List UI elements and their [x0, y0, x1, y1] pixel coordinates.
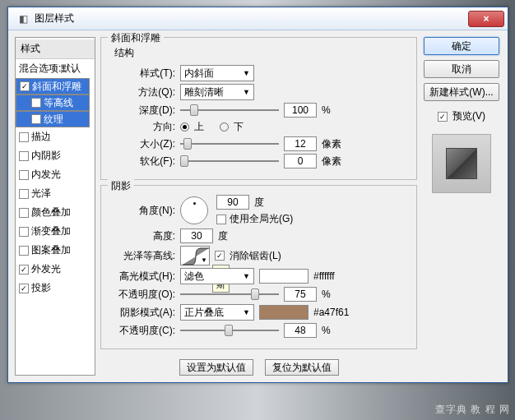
highlight-mode-label: 高光模式(H): [109, 270, 175, 284]
app-icon: ◧ [16, 12, 30, 25]
gloss-contour-label: 光泽等高线: [109, 249, 175, 263]
highlight-opacity-label: 不透明度(O): [109, 288, 175, 302]
style-contour[interactable]: 等高线 [16, 95, 90, 111]
reset-default-button[interactable]: 复位为默认值 [265, 359, 339, 376]
checkbox-icon[interactable] [19, 189, 29, 199]
preview-swatch [446, 148, 477, 179]
preview-checkbox[interactable] [438, 112, 448, 122]
checkbox-icon[interactable] [19, 132, 29, 142]
style-stroke[interactable]: 描边 [16, 127, 95, 146]
highlight-color-swatch[interactable] [259, 269, 309, 284]
highlight-mode-select[interactable]: 滤色▼ [180, 268, 254, 284]
group-title: 阴影 [108, 179, 134, 193]
style-drop-shadow[interactable]: 投影 [16, 279, 95, 298]
style-outer-glow[interactable]: 外发光 [16, 260, 95, 279]
group-title: 斜面和浮雕 [108, 31, 164, 45]
highlight-opacity-slider[interactable] [180, 288, 279, 300]
style-gradient-overlay[interactable]: 渐变叠加 [16, 222, 95, 241]
size-label: 大小(Z): [109, 137, 175, 151]
style-texture[interactable]: 纹理 [16, 111, 90, 127]
soften-input[interactable]: 0 [284, 154, 317, 168]
style-satin[interactable]: 光泽 [16, 184, 95, 203]
altitude-input[interactable]: 30 [180, 228, 213, 243]
make-default-button[interactable]: 设置为默认值 [179, 359, 253, 376]
checkbox-icon[interactable] [19, 170, 29, 180]
shadow-opacity-label: 不透明度(C): [109, 324, 175, 338]
shadow-mode-select[interactable]: 正片叠底▼ [180, 304, 254, 321]
titlebar[interactable]: ◧ 图层样式 × [8, 7, 508, 30]
antialias-checkbox[interactable] [215, 251, 225, 261]
gloss-contour-picker[interactable]: ▼ 高斯 [180, 246, 210, 265]
chevron-down-icon: ▼ [201, 256, 207, 264]
highlight-opacity-input[interactable]: 75 [284, 287, 317, 302]
style-color-overlay[interactable]: 颜色叠加 [16, 203, 95, 222]
direction-down-radio[interactable] [220, 122, 229, 132]
angle-input[interactable]: 90 [216, 195, 249, 210]
ok-button[interactable]: 确定 [424, 37, 499, 55]
size-input[interactable]: 12 [284, 136, 317, 151]
depth-input[interactable]: 100 [284, 103, 317, 118]
shading-group: 阴影 角度(N): 90度 使用全局光(G) 高度:30度 光泽等高线: ▼ 高 [100, 185, 417, 349]
layer-style-dialog: ◧ 图层样式 × 样式 混合选项:默认 斜面和浮雕 等高线 纹理 描边 内阴影 … [7, 7, 508, 383]
depth-label: 深度(D): [109, 104, 175, 118]
checkbox-icon[interactable] [19, 227, 29, 237]
chevron-down-icon: ▼ [243, 272, 250, 280]
altitude-label: 高度: [109, 229, 175, 243]
technique-label: 方法(Q): [109, 85, 175, 99]
shadow-color-swatch[interactable] [259, 305, 309, 320]
soften-slider[interactable] [180, 155, 279, 167]
shadow-mode-label: 阴影模式(A): [109, 306, 175, 320]
direction-up-radio[interactable] [180, 122, 189, 132]
style-preview [432, 134, 491, 193]
checkbox-icon[interactable] [19, 284, 29, 293]
size-slider[interactable] [180, 138, 279, 150]
style-label: 样式(T): [109, 67, 175, 81]
watermark: 查字典 教 程 网 [435, 403, 510, 417]
close-button[interactable]: × [468, 11, 504, 27]
settings-panel: 斜面和浮雕 结构 样式(T):内斜面▼ 方法(Q):雕刻清晰▼ 深度(D):10… [100, 37, 417, 376]
style-bevel[interactable]: 斜面和浮雕 [16, 78, 90, 95]
default-buttons: 设置为默认值 复位为默认值 [100, 359, 417, 376]
shadow-opacity-slider[interactable] [180, 325, 279, 336]
blend-options[interactable]: 混合选项:默认 [16, 59, 95, 78]
checkbox-icon[interactable] [19, 246, 29, 256]
checkbox-icon[interactable] [31, 98, 41, 108]
action-panel: 确定 取消 新建样式(W)... 预览(V) [422, 37, 501, 376]
checkbox-icon[interactable] [20, 81, 30, 91]
cancel-button[interactable]: 取消 [424, 60, 499, 78]
style-pattern-overlay[interactable]: 图案叠加 [16, 241, 95, 260]
style-select[interactable]: 内斜面▼ [180, 65, 254, 81]
structure-label: 结构 [114, 46, 408, 60]
new-style-button[interactable]: 新建样式(W)... [424, 83, 499, 101]
technique-select[interactable]: 雕刻清晰▼ [180, 84, 254, 100]
bevel-group: 斜面和浮雕 结构 样式(T):内斜面▼ 方法(Q):雕刻清晰▼ 深度(D):10… [100, 37, 417, 180]
highlight-hex: #ffffff [313, 270, 335, 282]
chevron-down-icon: ▼ [243, 308, 250, 316]
global-light-checkbox[interactable] [216, 215, 226, 224]
shadow-opacity-input[interactable]: 48 [284, 323, 317, 338]
window-title: 图层样式 [35, 12, 468, 25]
checkbox-icon[interactable] [19, 208, 29, 218]
styles-list: 样式 混合选项:默认 斜面和浮雕 等高线 纹理 描边 内阴影 内发光 光泽 颜色… [15, 37, 95, 376]
chevron-down-icon: ▼ [243, 88, 250, 96]
checkbox-icon[interactable] [31, 114, 41, 124]
checkbox-icon[interactable] [19, 151, 29, 161]
angle-label: 角度(N): [109, 204, 175, 218]
soften-label: 软化(F): [109, 155, 175, 168]
depth-slider[interactable] [180, 104, 279, 116]
angle-dial[interactable] [180, 196, 208, 224]
direction-label: 方向: [109, 120, 175, 134]
style-inner-shadow[interactable]: 内阴影 [16, 146, 95, 165]
style-inner-glow[interactable]: 内发光 [16, 165, 95, 184]
chevron-down-icon: ▼ [243, 69, 250, 77]
shadow-hex: #a47f61 [313, 307, 349, 318]
checkbox-icon[interactable] [19, 265, 29, 275]
styles-header: 样式 [16, 39, 95, 59]
